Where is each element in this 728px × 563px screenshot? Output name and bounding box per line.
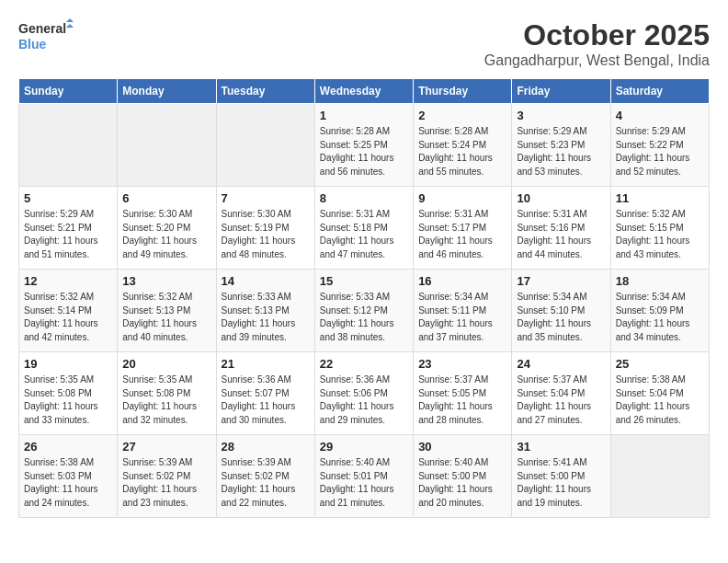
day-number: 16 (418, 274, 506, 288)
calendar-cell: 7Sunrise: 5:30 AMSunset: 5:19 PMDaylight… (216, 187, 314, 270)
cell-content: Sunrise: 5:30 AMSunset: 5:19 PMDaylight:… (222, 208, 310, 261)
cell-content: Sunrise: 5:29 AMSunset: 5:23 PMDaylight:… (517, 125, 605, 178)
svg-marker-3 (66, 24, 74, 28)
day-number: 3 (517, 109, 605, 122)
day-number: 28 (222, 440, 310, 454)
calendar-cell (19, 104, 118, 187)
cell-content: Sunrise: 5:32 AMSunset: 5:15 PMDaylight:… (616, 208, 704, 261)
day-number: 19 (24, 357, 112, 371)
day-header-wednesday: Wednesday (314, 79, 413, 104)
calendar-cell: 19Sunrise: 5:35 AMSunset: 5:08 PMDayligh… (19, 352, 118, 435)
calendar-cell: 17Sunrise: 5:34 AMSunset: 5:10 PMDayligh… (512, 270, 610, 352)
day-number: 5 (24, 191, 112, 205)
day-number: 1 (320, 109, 408, 122)
title-block: October 2025 Gangadharpur, West Bengal, … (484, 18, 710, 69)
calendar-cell: 2Sunrise: 5:28 AMSunset: 5:24 PMDaylight… (414, 104, 512, 187)
calendar-cell: 21Sunrise: 5:36 AMSunset: 5:07 PMDayligh… (216, 352, 314, 435)
day-header-saturday: Saturday (610, 79, 709, 104)
day-number: 31 (517, 440, 605, 454)
calendar-cell: 23Sunrise: 5:37 AMSunset: 5:05 PMDayligh… (414, 352, 512, 435)
calendar-cell: 27Sunrise: 5:39 AMSunset: 5:02 PMDayligh… (118, 435, 216, 518)
calendar-cell: 5Sunrise: 5:29 AMSunset: 5:21 PMDaylight… (19, 187, 118, 270)
day-number: 25 (616, 357, 704, 371)
day-number: 17 (517, 274, 605, 288)
calendar-cell: 29Sunrise: 5:40 AMSunset: 5:01 PMDayligh… (314, 435, 413, 518)
calendar-table: SundayMondayTuesdayWednesdayThursdayFrid… (18, 78, 710, 518)
cell-content: Sunrise: 5:36 AMSunset: 5:06 PMDaylight:… (320, 373, 408, 427)
svg-text:Blue: Blue (18, 37, 47, 52)
calendar-cell: 11Sunrise: 5:32 AMSunset: 5:15 PMDayligh… (610, 187, 709, 270)
day-number: 27 (122, 440, 210, 454)
location-subtitle: Gangadharpur, West Bengal, India (484, 52, 710, 69)
calendar-cell: 12Sunrise: 5:32 AMSunset: 5:14 PMDayligh… (19, 270, 118, 352)
calendar-cell: 10Sunrise: 5:31 AMSunset: 5:16 PMDayligh… (512, 187, 610, 270)
day-header-monday: Monday (118, 79, 216, 104)
calendar-cell (610, 435, 709, 518)
day-number: 22 (320, 357, 408, 371)
svg-text:General: General (18, 21, 66, 36)
logo-svg: General Blue (18, 18, 74, 57)
day-number: 10 (517, 191, 605, 205)
cell-content: Sunrise: 5:31 AMSunset: 5:17 PMDaylight:… (418, 208, 506, 261)
cell-content: Sunrise: 5:29 AMSunset: 5:21 PMDaylight:… (24, 208, 112, 261)
day-number: 8 (320, 191, 408, 205)
cell-content: Sunrise: 5:37 AMSunset: 5:05 PMDaylight:… (418, 373, 506, 427)
cell-content: Sunrise: 5:38 AMSunset: 5:03 PMDaylight:… (24, 456, 112, 510)
page-header: General Blue October 2025 Gangadharpur, … (18, 18, 710, 69)
cell-content: Sunrise: 5:40 AMSunset: 5:01 PMDaylight:… (320, 456, 408, 510)
day-number: 11 (616, 191, 704, 205)
calendar-cell: 28Sunrise: 5:39 AMSunset: 5:02 PMDayligh… (216, 435, 314, 518)
cell-content: Sunrise: 5:31 AMSunset: 5:16 PMDaylight:… (517, 208, 605, 261)
day-header-thursday: Thursday (414, 79, 512, 104)
cell-content: Sunrise: 5:37 AMSunset: 5:04 PMDaylight:… (517, 373, 605, 427)
calendar-cell: 8Sunrise: 5:31 AMSunset: 5:18 PMDaylight… (314, 187, 413, 270)
calendar-cell: 14Sunrise: 5:33 AMSunset: 5:13 PMDayligh… (216, 270, 314, 352)
cell-content: Sunrise: 5:33 AMSunset: 5:12 PMDaylight:… (320, 291, 408, 344)
cell-content: Sunrise: 5:34 AMSunset: 5:10 PMDaylight:… (517, 291, 605, 344)
calendar-cell: 24Sunrise: 5:37 AMSunset: 5:04 PMDayligh… (512, 352, 610, 435)
calendar-cell: 9Sunrise: 5:31 AMSunset: 5:17 PMDaylight… (414, 187, 512, 270)
cell-content: Sunrise: 5:35 AMSunset: 5:08 PMDaylight:… (122, 373, 210, 427)
svg-marker-2 (66, 18, 74, 22)
cell-content: Sunrise: 5:38 AMSunset: 5:04 PMDaylight:… (616, 373, 704, 427)
calendar-cell: 26Sunrise: 5:38 AMSunset: 5:03 PMDayligh… (19, 435, 118, 518)
calendar-cell: 6Sunrise: 5:30 AMSunset: 5:20 PMDaylight… (118, 187, 216, 270)
month-title: October 2025 (484, 18, 710, 52)
cell-content: Sunrise: 5:32 AMSunset: 5:14 PMDaylight:… (24, 291, 112, 344)
cell-content: Sunrise: 5:28 AMSunset: 5:24 PMDaylight:… (418, 125, 506, 178)
calendar-cell: 25Sunrise: 5:38 AMSunset: 5:04 PMDayligh… (610, 352, 709, 435)
day-number: 7 (222, 191, 310, 205)
day-number: 9 (418, 191, 506, 205)
day-number: 20 (122, 357, 210, 371)
calendar-cell: 18Sunrise: 5:34 AMSunset: 5:09 PMDayligh… (610, 270, 709, 352)
day-number: 2 (418, 109, 506, 122)
calendar-cell (216, 104, 314, 187)
cell-content: Sunrise: 5:28 AMSunset: 5:25 PMDaylight:… (320, 125, 408, 178)
calendar-cell (118, 104, 216, 187)
calendar-cell: 3Sunrise: 5:29 AMSunset: 5:23 PMDaylight… (512, 104, 610, 187)
calendar-cell: 4Sunrise: 5:29 AMSunset: 5:22 PMDaylight… (610, 104, 709, 187)
calendar-cell: 22Sunrise: 5:36 AMSunset: 5:06 PMDayligh… (314, 352, 413, 435)
day-number: 30 (418, 440, 506, 454)
day-number: 23 (418, 357, 506, 371)
cell-content: Sunrise: 5:32 AMSunset: 5:13 PMDaylight:… (122, 291, 210, 344)
day-number: 18 (616, 274, 704, 288)
cell-content: Sunrise: 5:34 AMSunset: 5:09 PMDaylight:… (616, 291, 704, 344)
cell-content: Sunrise: 5:39 AMSunset: 5:02 PMDaylight:… (222, 456, 310, 510)
day-number: 13 (122, 274, 210, 288)
cell-content: Sunrise: 5:41 AMSunset: 5:00 PMDaylight:… (517, 456, 605, 510)
cell-content: Sunrise: 5:29 AMSunset: 5:22 PMDaylight:… (616, 125, 704, 178)
logo: General Blue (18, 18, 74, 57)
cell-content: Sunrise: 5:40 AMSunset: 5:00 PMDaylight:… (418, 456, 506, 510)
calendar-cell: 15Sunrise: 5:33 AMSunset: 5:12 PMDayligh… (314, 270, 413, 352)
day-number: 15 (320, 274, 408, 288)
cell-content: Sunrise: 5:30 AMSunset: 5:20 PMDaylight:… (122, 208, 210, 261)
calendar-cell: 13Sunrise: 5:32 AMSunset: 5:13 PMDayligh… (118, 270, 216, 352)
cell-content: Sunrise: 5:31 AMSunset: 5:18 PMDaylight:… (320, 208, 408, 261)
day-number: 29 (320, 440, 408, 454)
calendar-cell: 1Sunrise: 5:28 AMSunset: 5:25 PMDaylight… (314, 104, 413, 187)
cell-content: Sunrise: 5:36 AMSunset: 5:07 PMDaylight:… (222, 373, 310, 427)
day-number: 6 (122, 191, 210, 205)
day-header-sunday: Sunday (19, 79, 118, 104)
day-header-tuesday: Tuesday (216, 79, 314, 104)
